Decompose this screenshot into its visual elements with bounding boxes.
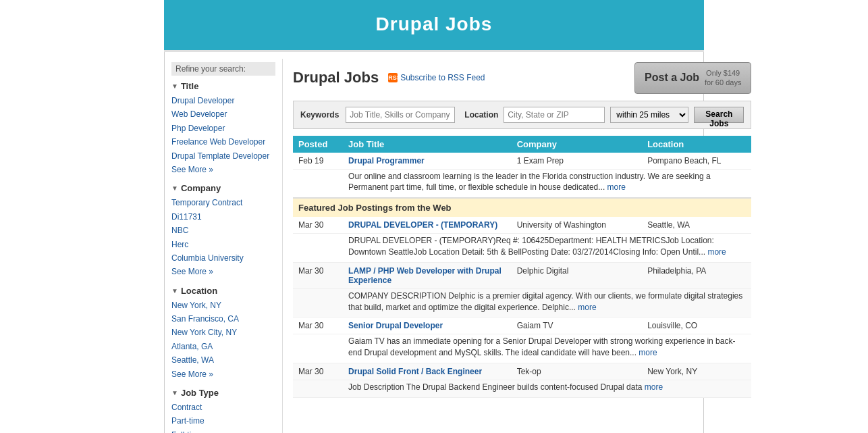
rss-icon: RSS xyxy=(388,73,398,82)
job-title-cell: Senior Drupal Developer xyxy=(343,317,512,334)
col-location-link[interactable]: Location xyxy=(647,139,684,149)
filter-link[interactable]: Contract xyxy=(171,401,275,414)
job-description: Our online and classroom learning is the… xyxy=(343,169,751,198)
job-location: Philadelphia, PA xyxy=(642,262,751,288)
job-title-cell: DRUPAL DEVELOPER - (TEMPORARY) xyxy=(343,217,512,234)
rss-link[interactable]: RSS Subscribe to RSS Feed xyxy=(388,73,485,82)
filter-title-company: ▼ Company xyxy=(171,183,275,193)
filter-links-jobtype: Contract Part-time Full-time xyxy=(171,401,275,433)
filter-link[interactable]: Herc xyxy=(171,238,275,251)
keywords-input[interactable] xyxy=(346,107,455,123)
filter-title-jobtype: ▼ Job Type xyxy=(171,388,275,398)
filter-link[interactable]: San Francisco, CA xyxy=(171,312,275,326)
table-row-desc: Gaiam TV has an immediate opening for a … xyxy=(293,334,751,363)
job-company: 1 Exam Prep xyxy=(512,153,642,170)
col-title[interactable]: Job Title xyxy=(343,136,512,153)
job-title-link[interactable]: LAMP / PHP Web Developer with Drupal Exp… xyxy=(348,266,501,285)
job-date: Feb 19 xyxy=(293,153,343,170)
filter-link[interactable]: Full-time xyxy=(171,428,275,433)
filter-arrow-title: ▼ xyxy=(171,82,178,90)
table-row-desc: DRUPAL DEVELOPER - (TEMPORARY)Req #: 106… xyxy=(293,234,751,263)
job-company: University of Washington xyxy=(512,217,642,234)
job-more-link[interactable]: more xyxy=(639,348,657,357)
page-header: Drupal Jobs xyxy=(164,0,704,47)
job-date: Mar 30 xyxy=(293,262,343,288)
refine-label: Refine your search: xyxy=(171,62,275,76)
filter-section-title: ▼ Title Drupal Developer Web Developer P… xyxy=(171,81,275,176)
filter-section-jobtype: ▼ Job Type Contract Part-time Full-time xyxy=(171,388,275,433)
job-description: DRUPAL DEVELOPER - (TEMPORARY)Req #: 106… xyxy=(343,234,751,263)
table-row: Mar 30 Senior Drupal Developer Gaiam TV … xyxy=(293,317,751,334)
sidebar: Refine your search: ▼ Title Drupal Devel… xyxy=(165,59,283,433)
filter-arrow-location: ▼ xyxy=(171,287,178,295)
job-location: Pompano Beach, FL xyxy=(642,153,751,170)
see-more-location[interactable]: See More » xyxy=(171,367,275,381)
col-title-link[interactable]: Job Title xyxy=(348,139,384,149)
job-location: New York, NY xyxy=(642,363,751,380)
filter-link[interactable]: Php Developer xyxy=(171,122,275,135)
filter-link[interactable]: Freelance Web Developer xyxy=(171,135,275,149)
table-header-row: Posted Job Title Company Location xyxy=(293,136,751,153)
col-company[interactable]: Company xyxy=(512,136,642,153)
job-more-link[interactable]: more xyxy=(578,303,596,312)
location-input[interactable] xyxy=(504,107,605,123)
see-more-title[interactable]: See More » xyxy=(171,163,275,176)
table-row: Mar 30 Drupal Solid Front / Back Enginee… xyxy=(293,363,751,380)
col-location[interactable]: Location xyxy=(642,136,751,153)
page-title: Drupal Jobs xyxy=(164,14,704,35)
keywords-label: Keywords xyxy=(300,110,339,120)
filter-link[interactable]: Web Developer xyxy=(171,107,275,121)
filter-link[interactable]: Temporary Contract xyxy=(171,196,275,209)
job-description: Gaiam TV has an immediate opening for a … xyxy=(343,334,751,363)
col-posted-link[interactable]: Posted xyxy=(298,139,327,149)
filter-arrow-company: ▼ xyxy=(171,184,178,192)
col-company-link[interactable]: Company xyxy=(517,139,557,149)
job-title-link[interactable]: Drupal Solid Front / Back Engineer xyxy=(348,367,482,376)
col-posted[interactable]: Posted xyxy=(293,136,343,153)
filter-section-company: ▼ Company Temporary Contract Di11731 NBC… xyxy=(171,183,275,278)
job-title-link[interactable]: Drupal Programmer xyxy=(348,156,425,165)
table-row: Mar 30 DRUPAL DEVELOPER - (TEMPORARY) Un… xyxy=(293,217,751,234)
jobs-table: Posted Job Title Company Location xyxy=(293,136,751,398)
main-content: Drupal Jobs RSS Subscribe to RSS Feed Po… xyxy=(283,59,761,433)
filter-arrow-jobtype: ▼ xyxy=(171,389,178,397)
job-title-link[interactable]: Senior Drupal Developer xyxy=(348,321,443,330)
table-row-desc: Job Description The Drupal Backend Engin… xyxy=(293,380,751,397)
search-button[interactable]: Search Jobs xyxy=(694,107,744,123)
table-row: Mar 30 LAMP / PHP Web Developer with Dru… xyxy=(293,262,751,288)
filter-link[interactable]: Di11731 xyxy=(171,210,275,224)
job-date: Mar 30 xyxy=(293,217,343,234)
filter-link[interactable]: New York, NY xyxy=(171,299,275,312)
job-location: Seattle, WA xyxy=(642,217,751,234)
job-date: Mar 30 xyxy=(293,363,343,380)
filter-link[interactable]: Seattle, WA xyxy=(171,353,275,367)
post-job-button[interactable]: Post a Job Only $149 for 60 days xyxy=(634,62,751,94)
filter-link[interactable]: NBC xyxy=(171,224,275,237)
post-job-label: Post a Job xyxy=(645,72,699,84)
post-job-price: Only $149 for 60 days xyxy=(705,68,741,88)
filter-link[interactable]: Columbia University xyxy=(171,251,275,265)
job-title-link[interactable]: DRUPAL DEVELOPER - (TEMPORARY) xyxy=(348,220,497,230)
filter-link[interactable]: Atlanta, GA xyxy=(171,340,275,353)
search-bar: Keywords Location within 25 miles within… xyxy=(293,101,751,129)
filter-link[interactable]: Drupal Developer xyxy=(171,94,275,107)
job-title-cell: Drupal Solid Front / Back Engineer xyxy=(343,363,512,380)
featured-label: Featured Job Postings from the Web xyxy=(293,198,751,217)
main-title-area: Drupal Jobs RSS Subscribe to RSS Feed xyxy=(293,69,485,86)
main-header: Drupal Jobs RSS Subscribe to RSS Feed Po… xyxy=(293,62,751,94)
job-more-link[interactable]: more xyxy=(707,247,726,257)
filter-link[interactable]: Part-time xyxy=(171,414,275,428)
job-company: Gaiam TV xyxy=(512,317,642,334)
job-date: Mar 30 xyxy=(293,317,343,334)
job-company: Tek-op xyxy=(512,363,642,380)
job-more-link[interactable]: more xyxy=(607,182,626,192)
filter-link[interactable]: New York City, NY xyxy=(171,326,275,339)
filter-title-title: ▼ Title xyxy=(171,81,275,91)
filter-links-location: New York, NY San Francisco, CA New York … xyxy=(171,299,275,381)
rss-link-label: Subscribe to RSS Feed xyxy=(400,73,485,82)
see-more-company[interactable]: See More » xyxy=(171,265,275,278)
radius-select[interactable]: within 25 miles within 10 miles within 5… xyxy=(610,107,688,123)
job-more-link[interactable]: more xyxy=(645,382,663,392)
filter-link[interactable]: Drupal Template Developer xyxy=(171,149,275,163)
table-row-desc: Our online and classroom learning is the… xyxy=(293,169,751,198)
